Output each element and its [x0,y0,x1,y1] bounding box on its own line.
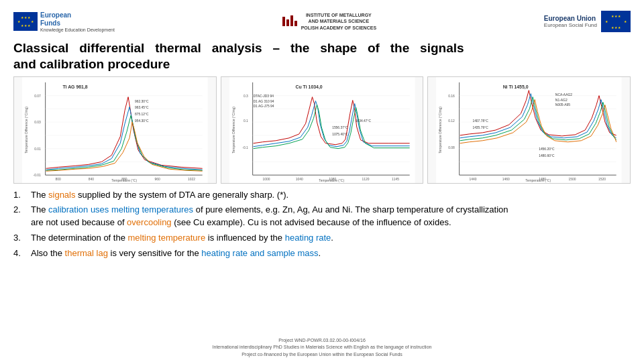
svg-text:1520: 1520 [598,178,606,181]
svg-text:Ni Ti 1455,0: Ni Ti 1455,0 [503,84,529,89]
title-line2: and calibration procedure [13,56,631,72]
svg-text:Temperature Difference (°C/mg): Temperature Difference (°C/mg) [232,106,235,153]
svg-text:D1 AG 310 94: D1 AG 310 94 [253,99,274,103]
charts-row: Temperature Difference (°C/mg) Temperatu… [13,76,631,184]
svg-text:Cu Ti 1034,0: Cu Ti 1034,0 [295,84,322,89]
list-text-2: The calibration uses melting temperature… [31,204,508,229]
list-section: 1. The signals supplied by the system of… [13,189,631,335]
footer: Project WND-POWR.03.02.00-00-I004/16 Int… [13,337,631,359]
footer-line3: Project co-financed by the European Unio… [13,351,631,359]
svg-text:1000: 1000 [262,178,270,181]
svg-text:Temperature Difference (°C/mg): Temperature Difference (°C/mg) [439,106,442,153]
list-text-1: The signals supplied by the system of DT… [31,189,288,202]
svg-text:0.07: 0.07 [34,94,41,97]
svg-text:1435.79°C: 1435.79°C [473,126,489,129]
list-item-3: 3. The determination of the melting temp… [13,232,631,245]
footer-line1: Project WND-POWR.03.02.00-00-I004/16 [13,337,631,345]
svg-text:0.1: 0.1 [244,119,248,123]
list-text-3: The determination of the melting tempera… [31,232,333,245]
svg-text:875.12°C: 875.12°C [135,113,149,116]
svg-text:1022: 1022 [188,178,195,181]
logo-left: ★ ★ ★ ★ ★ ★ ★ ★ EuropeanFunds Knowledge … [13,11,115,32]
svg-text:1500: 1500 [569,178,576,181]
svg-text:-0.01: -0.01 [34,174,41,177]
chart-3: Temperature Difference (°C/mg) Temperatu… [427,76,631,184]
svg-text:-0.1: -0.1 [242,145,248,149]
svg-text:1040: 1040 [296,178,303,181]
svg-text:954.30°C: 954.30°C [135,119,149,123]
svg-text:1080: 1080 [329,178,336,181]
highlight-signals: signals [48,190,75,200]
list-item-2: 2. The calibration uses melting temperat… [13,204,631,229]
svg-text:NCA-AAG2: NCA-AAG2 [555,93,572,96]
list-num-1: 1. [13,189,25,202]
highlight-overcooling: overcooling [127,217,172,227]
chart-2: Temperature Difference (°C/mg) Temperatu… [221,76,424,184]
svg-text:840: 840 [89,178,94,181]
list-num-2: 2. [13,204,25,217]
svg-text:D1 AG-J75 94: D1 AG-J75 94 [253,105,274,108]
svg-text:★ ★ ★: ★ ★ ★ [21,23,32,27]
svg-text:1407.78°C: 1407.78°C [473,119,489,123]
chart-1-svg: Temperature Difference (°C/mg) Temperatu… [14,77,216,183]
svg-text:1034.47°C: 1034.47°C [355,119,371,123]
svg-text:1460: 1460 [502,178,510,181]
svg-text:★ ★ ★: ★ ★ ★ [611,14,622,18]
highlight-heating-rate-mass: heating rate and sample mass [201,248,318,258]
highlight-calibration: calibration uses melting temperatures [48,204,193,215]
title-bar: Classical differential thermal analysis … [13,40,631,72]
svg-text:1145: 1145 [392,178,399,181]
institute-icon [282,15,297,26]
highlight-thermal-lag: thermal lag [65,248,108,258]
header: ★ ★ ★ ★ ★ ★ ★ ★ EuropeanFunds Knowledge … [13,5,631,38]
svg-text:0.01: 0.01 [34,147,41,150]
eu-funds-name: EuropeanFunds [40,11,115,27]
svg-text:1440: 1440 [470,178,477,181]
eu-funds-text: EuropeanFunds Knowledge Education Develo… [40,11,115,32]
list-num-4: 4. [13,247,25,260]
svg-text:★ ★ ★: ★ ★ ★ [21,15,32,19]
list-num-3: 3. [13,232,25,245]
list-item-1: 1. The signals supplied by the system of… [13,189,631,202]
svg-text:880: 880 [121,178,127,181]
svg-text:963.45°C: 963.45°C [135,106,149,109]
svg-text:Temperature Difference (°C/mg): Temperature Difference (°C/mg) [25,106,28,153]
page: ★ ★ ★ ★ ★ ★ ★ ★ EuropeanFunds Knowledge … [0,0,644,362]
highlight-heating-rate: heating rate [285,233,331,243]
svg-rect-61 [436,77,622,183]
svg-text:1480.60°C: 1480.60°C [539,154,555,157]
eu-funds-logo: ★ ★ ★ ★ ★ ★ ★ ★ EuropeanFunds Knowledge … [13,11,115,32]
list-item-4: 4. Also the thermal lag is very sensitiv… [13,247,631,260]
svg-text:1556.37°C: 1556.37°C [332,126,348,129]
svg-text:1480: 1480 [539,178,546,181]
institute-name2: AND MATERIALS SCIENCE [301,18,376,24]
svg-text:Ti AG 961,8: Ti AG 961,8 [62,84,87,89]
svg-text:800: 800 [55,178,60,181]
svg-text:N005-A95: N005-A95 [555,103,570,107]
institute-name: INSTITUTE OF METALLURGY [301,12,376,18]
svg-text:962.30°C: 962.30°C [135,99,149,103]
list-text-4: Also the thermal lag is very sensitive f… [31,247,321,260]
chart-1: Temperature Difference (°C/mg) Temperatu… [13,76,217,184]
svg-text:0.3: 0.3 [244,94,248,97]
svg-text:N1-AG2: N1-AG2 [555,98,568,101]
title-line1: Classical differential thermal analysis … [13,40,631,56]
eu-flag-icon: ★ ★ ★ ★ ★ ★ ★ ★ [13,12,38,31]
svg-text:960: 960 [155,178,160,181]
svg-text:0.12: 0.12 [448,119,455,123]
eu-union-sub: European Social Fund [544,22,597,28]
svg-text:0.03: 0.03 [34,121,41,124]
eu-funds-sub: Knowledge Education Development [40,27,115,32]
logo-center: INSTITUTE OF METALLURGY AND MATERIALS SC… [282,12,376,30]
svg-text:1075.40°C: 1075.40°C [332,132,348,135]
eu-union-name: European Union [544,15,597,22]
chart-2-svg: Temperature Difference (°C/mg) Temperatu… [221,77,423,183]
footer-line2: International interdisciplinary PhD Stud… [13,344,631,351]
svg-text:0.08: 0.08 [448,145,455,149]
highlight-melting-temp: melting temperature [128,233,206,243]
svg-text:★ ★ ★: ★ ★ ★ [611,25,622,29]
svg-text:0.16: 0.16 [448,94,455,97]
chart-3-svg: Temperature Difference (°C/mg) Temperatu… [428,77,630,183]
institute-name3: POLISH ACADEMY OF SCIENCES [301,25,376,31]
eu-union-flag-icon: ★ ★ ★ ★ ★ ★ ★ ★ [601,11,631,32]
